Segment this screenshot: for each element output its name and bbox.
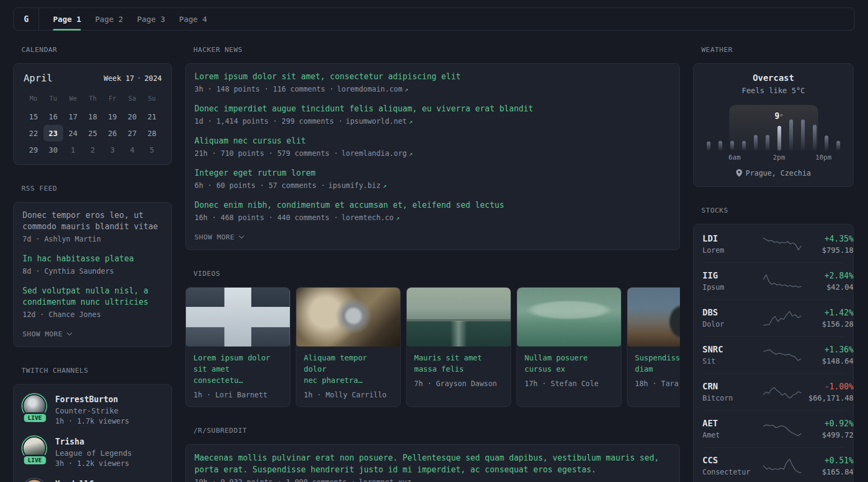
video-title[interactable]: Lorem ipsum dolor sit amet consectetu… (193, 352, 282, 386)
hn-item-domain-link[interactable]: ipsumify.biz↗ (328, 181, 387, 190)
hn-show-more-button[interactable]: SHOW MORE (194, 233, 243, 241)
weekday-label: Mo (24, 92, 43, 105)
weekday-label: Su (142, 92, 162, 105)
calendar-weekday-row: Mo Tu We Th Fr Sa Su (24, 92, 162, 108)
stock-row[interactable]: CCS Consectetur +0.51% $165.84 (702, 448, 844, 482)
weather-bar (801, 119, 805, 150)
video-thumbnail (627, 288, 680, 347)
weather-hourly-bars (707, 105, 840, 150)
weather-bar (707, 141, 710, 150)
stock-row[interactable]: CRN Bitcorn -1.00% $66,171.48 (702, 374, 844, 411)
weather-bar (789, 119, 793, 150)
external-link-icon: ↗ (409, 118, 413, 125)
stock-row[interactable]: DBS Dolor +1.42% $156.28 (702, 300, 844, 337)
video-title[interactable]: Nullam posuere cursus ex (525, 352, 613, 375)
stock-row[interactable]: IIG Ipsum +2.84% $42.04 (702, 263, 844, 300)
subreddit-label: /R/SUBREDDIT (193, 426, 680, 434)
hn-item-domain-link[interactable]: loremdomain.com↗ (337, 85, 408, 93)
hn-item-title[interactable]: Aliquam nec cursus elit (194, 135, 671, 147)
hn-item-domain-link[interactable]: loremtech.co↗ (341, 213, 400, 222)
tab-page-1[interactable]: Page 1 (53, 8, 81, 30)
weather-bar (825, 135, 828, 150)
weather-bar (777, 126, 781, 150)
weather-bar (719, 141, 722, 150)
hn-item-title[interactable]: Donec enim nibh, condimentum et accumsan… (194, 200, 671, 211)
video-card[interactable]: Nullam posuere cursus ex 17h · Stefan Co… (517, 287, 622, 407)
rss-item-title[interactable]: Sed volutpat nulla nisl, a condimentum n… (23, 285, 163, 308)
weather-bar (836, 141, 840, 150)
weather-bar (730, 141, 734, 150)
stocks-label: STOCKS (701, 206, 854, 214)
video-meta: 1h · Lori Barnett (193, 390, 282, 399)
stock-symbol: DBS (702, 307, 762, 318)
hn-item-title[interactable]: Integer eget rutrum lorem (194, 168, 671, 179)
weather-bar (754, 135, 758, 150)
stock-row[interactable]: AET Amet +0.92% $499.72 (702, 411, 844, 448)
stock-name: Lorem (702, 245, 762, 255)
stocks-widget: STOCKS LDI Lorem +4.35% $795.18 (693, 206, 854, 482)
weather-hour-axis: 6am 2pm 10pm (707, 153, 840, 162)
hour-tick-label: 6am (729, 153, 741, 161)
weather-bar (813, 125, 817, 150)
calendar-day: 18 (83, 108, 103, 125)
calendar-day: 20 (122, 108, 142, 125)
hn-item-meta: 6h · 60 points · 57 comments · (194, 181, 325, 190)
weather-location: Prague, Czechia (707, 169, 840, 177)
video-title[interactable]: Suspendisse diam (635, 352, 680, 375)
rss-widget: RSS FEED Donec tempor eros leo, ut commo… (13, 184, 172, 347)
location-pin-icon (736, 169, 742, 177)
calendar-day: 3 (102, 141, 122, 158)
hn-item-meta: 16h · 468 points · 440 comments · (194, 213, 338, 222)
weather-bar (766, 135, 769, 150)
reddit-post-title[interactable]: Maecenas mollis pulvinar erat non posuer… (194, 452, 671, 476)
twitch-channel-category: Counter-Strike (55, 406, 129, 416)
calendar-day: 29 (24, 141, 43, 158)
chevron-down-icon (67, 330, 72, 336)
weekday-label: Th (83, 92, 103, 105)
stock-name: Amet (702, 430, 762, 440)
stock-row[interactable]: LDI Lorem +4.35% $795.18 (702, 226, 844, 263)
tab-page-3[interactable]: Page 3 (137, 8, 165, 30)
app-logo[interactable]: G (14, 8, 39, 30)
weather-feels-like: Feels like 5°C (707, 86, 840, 95)
video-meta: 18h · Tara (635, 379, 680, 388)
video-title[interactable]: Aliquam tempor dolor nec pharetra… (304, 352, 393, 386)
calendar-day: 5 (142, 141, 162, 158)
stock-symbol: LDI (702, 234, 762, 244)
calendar-label: CALENDAR (21, 46, 172, 54)
video-card[interactable]: Aliquam tempor dolor nec pharetra… 1h · … (296, 287, 401, 407)
calendar-year: 2024 (144, 74, 162, 82)
twitch-channel-row[interactable]: LIVE KendallCarr (23, 479, 163, 482)
hn-item-meta: 21h · 710 points · 579 comments · (194, 149, 338, 157)
rss-show-more-button[interactable]: SHOW MORE (23, 330, 71, 338)
video-title[interactable]: Mauris sit amet massa felis (414, 352, 503, 375)
stock-price: $165.84 (802, 467, 854, 477)
twitch-channel-row[interactable]: LIVE ForrestBurton Counter-Strike 1h · 1… (23, 394, 163, 426)
hn-item-title[interactable]: Lorem ipsum dolor sit amet, consectetur … (194, 71, 671, 82)
videos-widget: VIDEOS Lorem ipsum dolor sit amet consec… (185, 269, 680, 407)
calendar-month: April (24, 72, 53, 84)
live-badge: LIVE (24, 456, 46, 464)
video-card[interactable]: Lorem ipsum dolor sit amet consectetu… 1… (185, 287, 290, 407)
stock-name: Ipsum (702, 282, 762, 292)
reddit-post: Maecenas mollis pulvinar erat non posuer… (194, 452, 671, 482)
rss-item-title[interactable]: Donec tempor eros leo, ut commodo mauris… (23, 210, 163, 232)
chevron-down-icon (239, 234, 244, 239)
hn-item-domain-link[interactable]: loremlandia.org↗ (341, 149, 413, 157)
tab-page-2[interactable]: Page 2 (95, 8, 123, 30)
rss-item-title[interactable]: In hac habitasse platea (23, 253, 163, 265)
weekday-label: We (63, 92, 83, 105)
twitch-channel-row[interactable]: LIVE Trisha League of Legends 3h · 1.2k … (23, 436, 163, 469)
calendar-week: Week 17 (104, 74, 134, 82)
hn-item-domain-link[interactable]: ipsumworld.net↗ (346, 117, 413, 125)
stock-row[interactable]: SNRC Sit +1.36% $148.64 (702, 337, 844, 374)
hn-item-title[interactable]: Donec imperdiet augue tincidunt felis al… (194, 103, 671, 115)
tab-page-4[interactable]: Page 4 (179, 8, 207, 30)
stock-change: +4.35% (802, 234, 854, 244)
stock-price: $156.28 (802, 319, 854, 329)
weekday-label: Tu (43, 92, 63, 105)
video-card[interactable]: Suspendisse diam 18h · Tara (627, 287, 680, 407)
reddit-post-domain-link[interactable]: loremnet.xyz↗ (359, 478, 417, 482)
video-card[interactable]: Mauris sit amet massa felis 7h · Grayson… (406, 287, 511, 407)
calendar-day: 22 (24, 125, 43, 141)
